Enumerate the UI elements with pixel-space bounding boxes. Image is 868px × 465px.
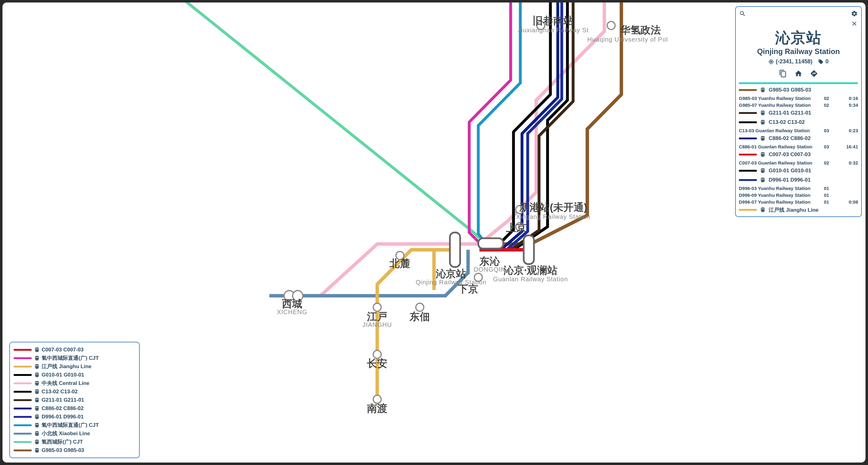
route-header[interactable]: D996-01 D996-01 (739, 175, 858, 185)
departure-platform: 01 (824, 192, 838, 198)
departure-row[interactable]: C13-03 Guanlan Railway Station030:23 (739, 127, 858, 134)
departure-row[interactable]: C007-03 Guanlan Railway Station020:32 (739, 159, 858, 166)
legend-swatch (14, 450, 32, 451)
route-label: 江戸线 Jianghu Line (769, 207, 819, 214)
legend-row[interactable]: C13-02 C13-02 (14, 388, 135, 396)
label-dongtian: 东佃 (409, 310, 430, 322)
legend-row[interactable]: 氢西城际(广) CJT (14, 438, 135, 446)
route-header[interactable]: G985-03 G985-03 (739, 85, 858, 95)
legend-swatch (14, 441, 32, 443)
legend-swatch (14, 433, 32, 435)
train-icon (34, 380, 40, 386)
label-jiuxiangnan-cn: 旧巷南站 (533, 15, 574, 26)
departure-row[interactable]: G985-03 Yuanhu Railway Station020:16 (739, 95, 858, 101)
directions-icon[interactable] (810, 69, 818, 78)
panel-title-en: Qinjing Railway Station (739, 47, 858, 56)
departure-destination: C886-01 Guanlan Railway Station (739, 144, 824, 149)
departure-eta: 0:23 (838, 128, 858, 133)
route-label: G211-01 G211-01 (769, 110, 811, 116)
legend-label: G211-01 G211-01 (41, 397, 84, 403)
accent-bar (739, 82, 858, 84)
svg-point-4 (607, 22, 615, 30)
label-huaqing-en: Huaqing Univsersity of Pol (587, 36, 668, 43)
label-jianghu-cn: 江戸 (367, 310, 388, 322)
legend-row[interactable]: 氢中西城际直通(广) CJT (14, 354, 135, 362)
label-xicheng-cn: 西城 (282, 298, 302, 309)
route-label: G985-03 G985-03 (769, 87, 811, 93)
legend-row[interactable]: G985-03 G985-03 (14, 446, 135, 455)
train-icon (34, 439, 40, 445)
route-swatch (739, 137, 757, 140)
route-label: G010-01 G010-01 (769, 167, 811, 174)
legend-row[interactable]: G010-01 G010-01 (14, 371, 135, 379)
departure-eta: 0:16 (838, 96, 858, 101)
label-huaqing-cn: 华氢政法 (620, 24, 661, 36)
legend-swatch (14, 349, 32, 351)
label-jiuxiangnan-en: Jiuxiangnan Railway St (518, 27, 589, 33)
legend-swatch (14, 374, 32, 376)
route-header[interactable]: G211-01 G211-01 (739, 108, 858, 118)
legend-swatch (14, 357, 32, 359)
label-shangjing: 上京 (506, 222, 527, 234)
legend-row[interactable]: 江戸线 Jianghu Line (14, 362, 135, 371)
label-guanlan-cn: 沁京·观澜站 (503, 265, 557, 276)
search-icon[interactable] (739, 10, 746, 18)
departure-row[interactable]: D996-03 Yuanhu Railway Station01 (739, 185, 858, 191)
route-label: C007-03 C007-03 (769, 152, 811, 158)
label-xingang-en: Xingang Railway Station (516, 213, 590, 220)
legend-row[interactable]: 氢中西城际直通(广) CJT (14, 421, 135, 429)
departure-destination: D996-09 Yuanhu Railway Station (739, 192, 824, 198)
route-header[interactable]: G010-01 G010-01 (739, 166, 858, 175)
departure-row[interactable]: G985-07 Yuanhu Railway Station025:34 (739, 101, 858, 108)
route-swatch (739, 179, 757, 181)
svg-point-8 (416, 303, 424, 311)
legend-label: G010-01 G010-01 (41, 372, 84, 378)
train-icon (34, 397, 40, 403)
train-icon (760, 152, 766, 157)
train-icon (34, 347, 40, 353)
label-xicheng-en: XICHENG (277, 309, 307, 315)
train-icon (760, 110, 766, 116)
label-xingang-cn: 新港站(未开通) (519, 201, 587, 213)
train-icon (34, 364, 40, 369)
train-icon (34, 406, 40, 411)
legend-row[interactable]: 中央线 Central Line (14, 379, 135, 388)
label-dongqin-cn: 东沁 (479, 255, 500, 267)
train-icon (760, 207, 766, 213)
train-icon (34, 355, 40, 361)
departure-row[interactable]: D996-09 Yuanhu Railway Station01 (739, 191, 858, 198)
route-header[interactable]: C886-02 C886-02 (739, 134, 858, 143)
legend-row[interactable]: C886-02 C886-02 (14, 404, 135, 412)
departure-row[interactable]: C886-01 Guanlan Railway Station0316:41 (739, 143, 858, 150)
train-icon (34, 372, 40, 378)
legend-row[interactable]: 小北线 Xiaobei Line (14, 429, 135, 438)
departure-destination: C13-03 Guanlan Railway Station (739, 128, 824, 133)
departure-platform: 02 (824, 96, 838, 101)
legend-label: C886-02 C886-02 (41, 405, 84, 412)
legend-label: 中央线 Central Line (41, 380, 89, 387)
label-qinjing-cn: 沁京站 (436, 268, 466, 279)
route-header[interactable]: C13-02 C13-02 (739, 118, 858, 127)
legend-label: 氢中西城际直通(广) CJT (41, 354, 99, 362)
tag-value: 0 (826, 58, 829, 65)
train-icon (34, 423, 40, 428)
legend-row[interactable]: D996-01 D996-01 (14, 412, 135, 421)
departure-eta: 5:34 (838, 102, 858, 108)
route-header[interactable]: C007-03 C007-03 (739, 150, 858, 159)
departure-platform: 03 (824, 144, 838, 149)
label-jianghu-en: JIANGHU (363, 321, 392, 328)
legend-row[interactable]: C007-03 C007-03 (14, 345, 135, 354)
gear-icon[interactable] (850, 10, 858, 18)
legend-panel: C007-03 C007-03氢中西城际直通(广) CJT江戸线 Jianghu… (9, 342, 140, 458)
home-icon[interactable] (794, 69, 803, 78)
svg-rect-1 (478, 239, 503, 249)
copy-icon[interactable] (779, 69, 787, 78)
route-header[interactable]: 江戸线 Jianghu Line (739, 205, 858, 215)
close-icon[interactable] (850, 20, 858, 27)
departure-row[interactable]: D996-07 Yuanhu Railway Station010:08 (739, 198, 858, 205)
legend-swatch (14, 391, 32, 393)
legend-row[interactable]: G211-01 G211-01 (14, 396, 135, 404)
departure-platform: 01 (824, 199, 838, 205)
svg-point-10 (373, 350, 381, 359)
route-label: C886-02 C886-02 (769, 135, 811, 142)
